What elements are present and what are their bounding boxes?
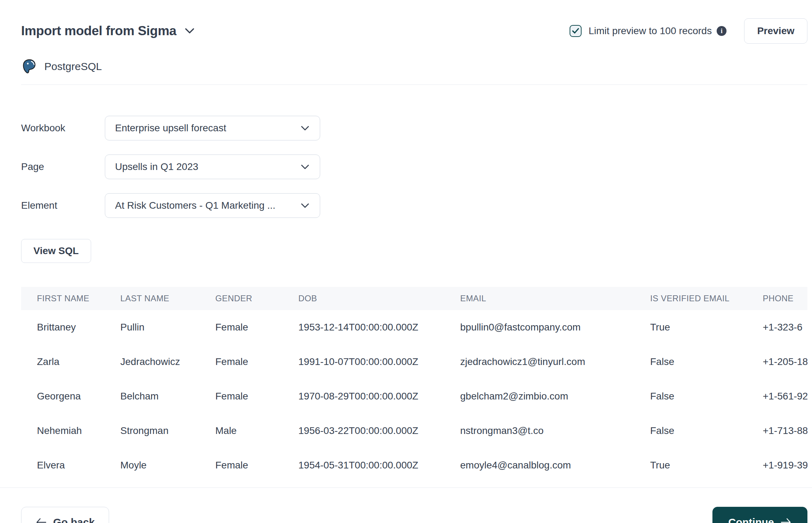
table-cell: Zarla [21, 345, 104, 379]
preview-table-container: FIRST NAMELAST NAMEGENDERDOBEMAILIS VERI… [21, 287, 807, 483]
table-row: NehemiahStrongmanMale1956-03-22T00:00:00… [21, 414, 807, 448]
source-row: PostgreSQL [21, 58, 807, 75]
preview-controls: Limit preview to 100 records i Preview [570, 18, 807, 44]
arrow-left-icon [36, 518, 47, 523]
table-cell: gbelcham2@zimbio.com [444, 379, 634, 414]
topbar: Import model from Sigma Limit preview to… [21, 18, 807, 44]
column-header: IS VERIFIED EMAIL [634, 287, 747, 310]
limit-preview-label[interactable]: Limit preview to 100 records [589, 25, 712, 37]
table-cell: Female [199, 310, 283, 345]
preview-button[interactable]: Preview [744, 18, 807, 44]
page-row: Page Upsells in Q1 2023 [21, 155, 807, 179]
table-row: GeorgenaBelchamFemale1970-08-29T00:00:00… [21, 379, 807, 414]
page-select[interactable]: Upsells in Q1 2023 [105, 155, 320, 179]
table-row: ElveraMoyleFemale1954-05-31T00:00:00.000… [21, 448, 807, 483]
continue-label: Continue [728, 516, 774, 523]
page-title: Import model from Sigma [21, 24, 176, 38]
table-cell: Strongman [104, 414, 199, 448]
workbook-label: Workbook [21, 122, 105, 134]
table-cell: True [634, 448, 747, 483]
element-select[interactable]: At Risk Customers - Q1 Marketing ... [105, 193, 320, 218]
workbook-select[interactable]: Enterprise upsell forecast [105, 116, 320, 140]
table-cell: emoyle4@canalblog.com [444, 448, 634, 483]
element-row: Element At Risk Customers - Q1 Marketing… [21, 193, 807, 218]
chevron-down-icon [301, 203, 309, 208]
page-label: Page [21, 161, 105, 172]
table-cell: +1-205-18 [747, 345, 807, 379]
workbook-row: Workbook Enterprise upsell forecast [21, 116, 807, 140]
chevron-down-icon [301, 164, 309, 170]
column-header: DOB [283, 287, 444, 310]
page-select-value: Upsells in Q1 2023 [115, 161, 198, 172]
table-cell: Brittaney [21, 310, 104, 345]
table-cell: 1970-08-29T00:00:00.000Z [283, 379, 444, 414]
arrow-right-icon [780, 518, 792, 523]
title-dropdown[interactable]: Import model from Sigma [21, 24, 195, 38]
table-cell: Nehemiah [21, 414, 104, 448]
import-model-page: Import model from Sigma Limit preview to… [0, 18, 812, 483]
chevron-down-icon[interactable] [185, 28, 195, 34]
continue-button[interactable]: Continue [712, 507, 807, 523]
table-cell: bpullin0@fastcompany.com [444, 310, 634, 345]
table-cell: Belcham [104, 379, 199, 414]
source-name: PostgreSQL [44, 61, 102, 73]
table-cell: Jedrachowicz [104, 345, 199, 379]
table-cell: Male [199, 414, 283, 448]
table-cell: True [634, 310, 747, 345]
table-cell: 1954-05-31T00:00:00.000Z [283, 448, 444, 483]
column-header: EMAIL [444, 287, 634, 310]
preview-table: FIRST NAMELAST NAMEGENDERDOBEMAILIS VERI… [21, 287, 807, 483]
table-cell: +1-919-39 [747, 448, 807, 483]
postgresql-icon [21, 58, 37, 75]
table-cell: Female [199, 448, 283, 483]
table-cell: Moyle [104, 448, 199, 483]
table-cell: +1-323-6 [747, 310, 807, 345]
table-cell: False [634, 345, 747, 379]
go-back-label: Go back [53, 516, 95, 523]
limit-preview-checkbox[interactable] [570, 25, 582, 37]
column-header: LAST NAME [104, 287, 199, 310]
table-cell: +1-713-88 [747, 414, 807, 448]
element-select-value: At Risk Customers - Q1 Marketing ... [115, 200, 275, 211]
table-cell: 1991-10-07T00:00:00.000Z [283, 345, 444, 379]
chevron-down-icon [301, 126, 309, 131]
table-cell: Female [199, 345, 283, 379]
column-header: GENDER [199, 287, 283, 310]
table-cell: Georgena [21, 379, 104, 414]
view-sql-button[interactable]: View SQL [21, 239, 91, 263]
table-cell: False [634, 414, 747, 448]
column-header: PHONE [747, 287, 807, 310]
table-row: ZarlaJedrachowiczFemale1991-10-07T00:00:… [21, 345, 807, 379]
table-header-row: FIRST NAMELAST NAMEGENDERDOBEMAILIS VERI… [21, 287, 807, 310]
table-cell: False [634, 379, 747, 414]
workbook-select-value: Enterprise upsell forecast [115, 122, 226, 134]
table-cell: +1-561-92 [747, 379, 807, 414]
go-back-button[interactable]: Go back [21, 507, 109, 523]
info-icon[interactable]: i [717, 26, 727, 36]
table-cell: Pullin [104, 310, 199, 345]
table-cell: Female [199, 379, 283, 414]
column-header: FIRST NAME [21, 287, 104, 310]
table-cell: Elvera [21, 448, 104, 483]
table-row: BrittaneyPullinFemale1953-12-14T00:00:00… [21, 310, 807, 345]
checkmark-icon [572, 28, 579, 34]
table-cell: zjedrachowicz1@tinyurl.com [444, 345, 634, 379]
table-cell: 1956-03-22T00:00:00.000Z [283, 414, 444, 448]
table-cell: 1953-12-14T00:00:00.000Z [283, 310, 444, 345]
table-cell: nstrongman3@t.co [444, 414, 634, 448]
sigma-form: Workbook Enterprise upsell forecast Page… [21, 116, 807, 218]
divider [21, 84, 807, 85]
footer: Go back Continue [0, 488, 812, 523]
element-label: Element [21, 200, 105, 211]
